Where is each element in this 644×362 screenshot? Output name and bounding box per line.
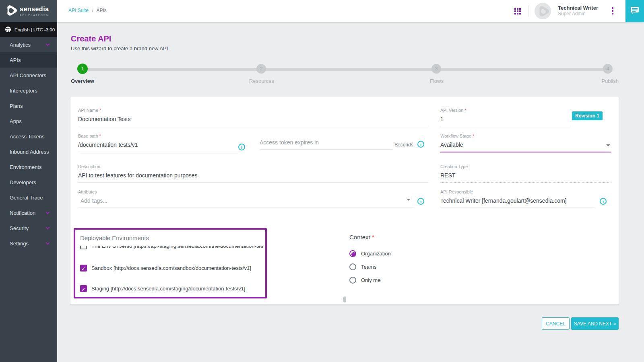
creation-type-label: Creation Type bbox=[440, 164, 611, 169]
chevron-down-icon bbox=[407, 199, 411, 201]
sidebar-item-label: API Connectors bbox=[10, 72, 46, 78]
sidebar-item-access-tokens[interactable]: Access Tokens bbox=[0, 129, 57, 144]
sidebar-item-notification[interactable]: Notification bbox=[0, 205, 57, 220]
environment-label: The Env Of Jerso [https://api-staging.se… bbox=[91, 246, 263, 249]
token-expires-input[interactable] bbox=[260, 138, 392, 150]
sidebar-item-environments[interactable]: Environments bbox=[0, 159, 57, 175]
attributes-field-group: Attributes bbox=[78, 189, 415, 208]
context-option-organization[interactable]: Organization bbox=[349, 249, 391, 258]
token-expires-info-icon[interactable] bbox=[417, 141, 424, 148]
workflow-stage-select[interactable] bbox=[440, 141, 611, 152]
sidebar-item-label: Environments bbox=[10, 164, 41, 170]
more-options-icon[interactable] bbox=[612, 7, 613, 16]
language-label: English | UTC -3:00 bbox=[14, 27, 55, 32]
step-label-resources: Resources bbox=[237, 78, 286, 84]
checkbox-checked-icon[interactable] bbox=[80, 265, 87, 272]
base-path-input[interactable] bbox=[78, 141, 241, 152]
sidebar-nav: Analytics APIs API Connectors Intercepto… bbox=[0, 37, 57, 251]
top-header: API Suite / APIs Technical Writer Super … bbox=[57, 0, 644, 22]
sidebar-item-apis[interactable]: APIs bbox=[0, 52, 57, 68]
chevron-down-icon bbox=[46, 241, 50, 245]
required-asterisk: * bbox=[99, 108, 101, 113]
radio-label: Teams bbox=[361, 264, 376, 270]
api-name-field-group: API Name * bbox=[78, 108, 429, 126]
step-label-overview: Overview bbox=[71, 78, 94, 84]
attributes-label: Attributes bbox=[78, 189, 415, 194]
attributes-input[interactable] bbox=[78, 197, 415, 208]
sidebar-item-analytics[interactable]: Analytics bbox=[0, 37, 57, 52]
cancel-button[interactable]: CANCEL bbox=[542, 317, 570, 330]
radio-label: Only me bbox=[361, 277, 380, 283]
sidebar-item-label: Security bbox=[10, 225, 29, 231]
sidebar-item-security[interactable]: Security bbox=[0, 220, 57, 236]
breadcrumb-separator: / bbox=[92, 8, 93, 13]
sidebar-item-api-connectors[interactable]: API Connectors bbox=[0, 68, 57, 83]
required-asterisk: * bbox=[473, 134, 474, 138]
apps-grid-icon[interactable] bbox=[514, 8, 521, 14]
api-name-input[interactable] bbox=[78, 115, 429, 126]
sidebar-item-label: Apps bbox=[10, 118, 22, 124]
api-responsible-label: API Responsible bbox=[440, 189, 595, 194]
sidebar-item-label: Plans bbox=[10, 103, 23, 109]
sidebar-item-label: Inbound Address bbox=[10, 149, 49, 155]
chat-button[interactable] bbox=[625, 0, 644, 22]
sidebar-item-label: Developers bbox=[10, 179, 36, 185]
step-number: 2 bbox=[260, 66, 263, 72]
required-asterisk: * bbox=[99, 134, 101, 138]
seconds-unit-label: Seconds bbox=[394, 142, 413, 148]
context-option-only-me[interactable]: Only me bbox=[349, 276, 391, 284]
chevron-down-icon bbox=[46, 226, 50, 230]
description-input[interactable] bbox=[78, 171, 429, 183]
checkbox-checked-icon[interactable] bbox=[80, 285, 87, 292]
sidebar-item-interceptors[interactable]: Interceptors bbox=[0, 83, 57, 98]
sidebar-item-label: Interceptors bbox=[10, 88, 37, 94]
attributes-info-icon[interactable] bbox=[417, 198, 424, 205]
api-responsible-info-icon[interactable] bbox=[600, 198, 607, 205]
sensedia-logo-icon bbox=[5, 4, 17, 18]
sidebar-item-apps[interactable]: Apps bbox=[0, 113, 57, 129]
scrollbar-thumb[interactable] bbox=[343, 296, 346, 302]
user-info[interactable]: Technical Writer Super Admin bbox=[558, 5, 598, 17]
api-version-input[interactable] bbox=[440, 115, 570, 126]
step-circle-resources[interactable]: 2 bbox=[256, 64, 266, 74]
checkbox-unchecked-icon[interactable] bbox=[80, 246, 87, 249]
api-responsible-input[interactable] bbox=[440, 197, 595, 208]
language-selector[interactable]: English | UTC -3:00 bbox=[0, 22, 57, 37]
revision-badge[interactable]: Revision 1 bbox=[572, 111, 603, 120]
radio-unselected-icon[interactable] bbox=[349, 277, 356, 284]
token-expires-field-group bbox=[260, 138, 392, 150]
radio-selected-icon[interactable] bbox=[349, 250, 356, 257]
environment-option-staging[interactable]: Staging [http://docs.sensedia.com/stagin… bbox=[80, 284, 263, 292]
sidebar-item-general-trace[interactable]: General Trace bbox=[0, 190, 57, 205]
save-and-next-button[interactable]: SAVE AND NEXT » bbox=[571, 317, 619, 330]
breadcrumb: API Suite / APIs bbox=[68, 8, 107, 13]
sidebar-item-plans[interactable]: Plans bbox=[0, 98, 57, 113]
step-circle-overview[interactable]: 1 bbox=[77, 64, 88, 74]
sidebar-item-inbound-address[interactable]: Inbound Address bbox=[0, 144, 57, 159]
radio-unselected-icon[interactable] bbox=[349, 263, 356, 270]
context-option-teams[interactable]: Teams bbox=[349, 263, 391, 271]
sidebar: sensedia API PLATFORM English | UTC -3:0… bbox=[0, 0, 57, 362]
overview-form-card: API Name * API Version * Revision 1 Base… bbox=[70, 97, 619, 304]
chevron-down-icon bbox=[606, 144, 610, 146]
required-asterisk: * bbox=[372, 234, 374, 241]
api-name-label: API Name * bbox=[78, 108, 429, 113]
environment-option-jerso[interactable]: The Env Of Jerso [https://api-staging.se… bbox=[80, 246, 263, 250]
user-role: Super Admin bbox=[558, 11, 598, 17]
main-content: Create API Use this wizard to create a b… bbox=[57, 22, 644, 362]
sidebar-item-label: Analytics bbox=[10, 42, 31, 48]
brand-tagline: API PLATFORM bbox=[20, 14, 50, 16]
step-circle-publish[interactable]: 4 bbox=[603, 64, 613, 74]
breadcrumb-api-suite[interactable]: API Suite bbox=[68, 8, 89, 13]
sidebar-item-developers[interactable]: Developers bbox=[0, 175, 57, 190]
sidebar-item-settings[interactable]: Settings bbox=[0, 236, 57, 251]
avatar[interactable] bbox=[535, 3, 551, 19]
step-circle-flows[interactable]: 3 bbox=[431, 64, 441, 74]
base-path-field-group: Base path * bbox=[78, 134, 241, 152]
brand-logo[interactable]: sensedia API PLATFORM bbox=[0, 0, 57, 22]
environment-option-sandbox[interactable]: Sandbox [http://docs.sensedia.com/sandbo… bbox=[80, 264, 263, 272]
sidebar-item-label: Notification bbox=[10, 210, 35, 216]
context-label: Context * bbox=[349, 234, 391, 241]
base-path-info-icon[interactable] bbox=[238, 144, 245, 150]
environment-label: Sandbox [http://docs.sensedia.com/sandbo… bbox=[91, 265, 251, 271]
